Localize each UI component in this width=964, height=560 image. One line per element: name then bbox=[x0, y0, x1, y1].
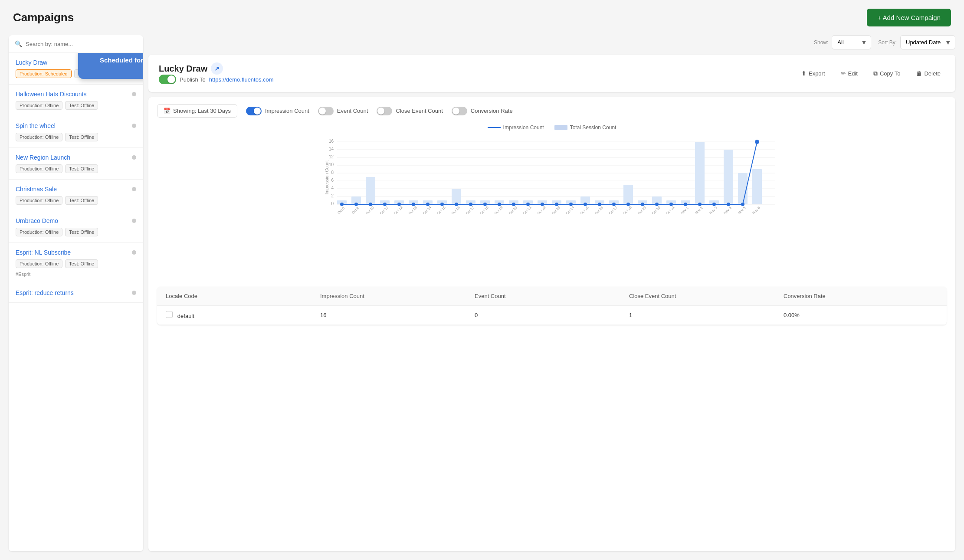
cell-event: 0 bbox=[475, 312, 629, 318]
row-checkbox[interactable] bbox=[166, 311, 173, 318]
header-close-event: Close Event Count bbox=[629, 293, 784, 299]
svg-point-77 bbox=[741, 203, 744, 206]
svg-text:Oct 16: Oct 16 bbox=[451, 205, 461, 215]
edit-label: Edit bbox=[848, 70, 858, 77]
campaign-status-dot bbox=[132, 124, 136, 128]
add-campaign-button[interactable]: + Add New Campaign bbox=[867, 9, 951, 26]
svg-text:Oct 24: Oct 24 bbox=[565, 205, 575, 215]
svg-rect-21 bbox=[366, 177, 375, 204]
impression-toggle-label: Impression Count bbox=[265, 108, 309, 114]
event-toggle[interactable] bbox=[318, 107, 334, 115]
campaign-detail-card: Lucky Draw ↗ Publish To https://demo.flu… bbox=[148, 55, 955, 92]
svg-text:Oct 30: Oct 30 bbox=[651, 205, 661, 215]
svg-text:Oct 26: Oct 26 bbox=[594, 205, 604, 215]
svg-text:Oct 19: Oct 19 bbox=[494, 205, 504, 215]
campaign-badges: Production: Offline Test: Offline bbox=[16, 101, 136, 110]
campaign-item-new-region[interactable]: New Region Launch Production: Offline Te… bbox=[9, 148, 143, 180]
impression-toggle-group: Impression Count bbox=[246, 107, 309, 115]
publish-toggle[interactable] bbox=[159, 75, 176, 84]
svg-text:0: 0 bbox=[331, 201, 334, 206]
date-range-button[interactable]: 📅 Showing: Last 30 Days bbox=[157, 104, 237, 118]
campaign-item-umbraco-demo[interactable]: Umbraco Demo Production: Offline Test: O… bbox=[9, 211, 143, 243]
campaign-item-spin-wheel[interactable]: Spin the wheel Production: Offline Test:… bbox=[9, 116, 143, 148]
svg-text:Impression Count: Impression Count bbox=[325, 160, 329, 195]
campaign-name-esprit-returns: Esprit: reduce returns bbox=[16, 289, 74, 296]
badge-production-offline: Production: Offline bbox=[16, 164, 62, 173]
show-select[interactable]: All Active Inactive bbox=[832, 35, 871, 49]
top-controls: Show: All Active Inactive ▼ Sort By: bbox=[148, 35, 955, 55]
campaign-item-halloween[interactable]: Halloween Hats Discounts Production: Off… bbox=[9, 85, 143, 116]
badge-production-offline: Production: Offline bbox=[16, 228, 62, 236]
svg-text:6: 6 bbox=[331, 178, 334, 183]
campaign-badges: Production: Offline Test: Offline bbox=[16, 228, 136, 236]
badge-production-offline: Production: Offline bbox=[16, 133, 62, 141]
svg-text:Oct 23: Oct 23 bbox=[551, 205, 561, 215]
detail-title-section: Lucky Draw ↗ Publish To https://demo.flu… bbox=[159, 62, 274, 84]
svg-text:Oct 21: Oct 21 bbox=[522, 205, 532, 215]
calendar-icon: 📅 bbox=[164, 108, 171, 114]
event-toggle-group: Event Count bbox=[318, 107, 368, 115]
svg-rect-39 bbox=[623, 185, 633, 204]
campaign-status-dot bbox=[132, 187, 136, 191]
publish-url-link[interactable]: https://demo.fluentos.com bbox=[209, 76, 274, 83]
svg-text:Oct 17: Oct 17 bbox=[465, 205, 475, 215]
svg-text:Oct 12: Oct 12 bbox=[393, 205, 403, 215]
edit-button[interactable]: ✏ Edit bbox=[836, 67, 862, 79]
campaign-item-lucky-draw[interactable]: Scheduled for the selected website ▼ Luc… bbox=[9, 53, 143, 85]
copy-to-button[interactable]: ⧉ Copy To bbox=[869, 67, 905, 80]
campaign-item-esprit-returns[interactable]: Esprit: reduce returns bbox=[9, 283, 143, 303]
search-input[interactable] bbox=[26, 41, 137, 47]
sort-select[interactable]: Updated Date Created Date Name bbox=[900, 35, 955, 49]
campaign-badges: Production: Offline Test: Offline bbox=[16, 164, 136, 173]
export-label: Export bbox=[809, 70, 825, 77]
svg-point-73 bbox=[684, 203, 687, 206]
svg-point-75 bbox=[712, 203, 716, 206]
campaign-name-new-region: New Region Launch bbox=[16, 154, 70, 161]
campaign-status-dot bbox=[132, 291, 136, 295]
svg-rect-48 bbox=[752, 169, 762, 204]
publish-row: Publish To https://demo.fluentos.com bbox=[159, 75, 274, 84]
chart-controls: 📅 Showing: Last 30 Days Impression Count… bbox=[157, 104, 947, 118]
badge-test-offline: Test: Offline bbox=[65, 133, 98, 141]
publish-label: Publish To bbox=[180, 76, 206, 83]
close-event-toggle[interactable] bbox=[377, 107, 392, 115]
detail-title-text: Lucky Draw bbox=[159, 64, 207, 74]
campaign-badges: Production: Offline Test: Offline bbox=[16, 196, 136, 205]
legend-impression: Impression Count bbox=[488, 124, 544, 131]
table-row: default 16 0 1 0.00% bbox=[157, 306, 947, 325]
campaign-item-esprit-nl[interactable]: Esprit: NL Subscribe Production: Offline… bbox=[9, 243, 143, 283]
conversion-toggle[interactable] bbox=[452, 107, 467, 115]
badge-test-offline: Test: Offline bbox=[65, 164, 98, 173]
svg-text:Oct 9: Oct 9 bbox=[351, 206, 360, 215]
impression-toggle[interactable] bbox=[246, 107, 262, 115]
svg-text:Oct 31: Oct 31 bbox=[666, 205, 675, 215]
svg-text:Oct 25: Oct 25 bbox=[580, 205, 590, 215]
campaign-name-esprit-nl: Esprit: NL Subscribe bbox=[16, 249, 71, 256]
sort-control: Sort By: Updated Date Created Date Name … bbox=[878, 35, 955, 49]
trend-icon: ↗ bbox=[211, 62, 223, 75]
export-button[interactable]: ⬆ Export bbox=[797, 67, 830, 79]
svg-rect-46 bbox=[724, 150, 733, 204]
badge-production-offline: Production: Offline bbox=[16, 259, 62, 268]
svg-text:Nov 5: Nov 5 bbox=[738, 206, 747, 215]
campaign-badges: Production: Offline Test: Offline bbox=[16, 133, 136, 141]
campaign-name-halloween: Halloween Hats Discounts bbox=[16, 91, 86, 98]
delete-icon: 🗑 bbox=[916, 70, 922, 77]
legend-session-label: Total Session Count bbox=[570, 124, 616, 131]
campaign-item-christmas-sale[interactable]: Christmas Sale Production: Offline Test:… bbox=[9, 180, 143, 211]
svg-point-78 bbox=[755, 140, 759, 144]
cell-locale: default bbox=[166, 311, 320, 319]
sort-label: Sort By: bbox=[878, 39, 897, 46]
tooltip-bubble: Scheduled for the selected website ▼ bbox=[78, 53, 143, 79]
header-impression: Impression Count bbox=[320, 293, 475, 299]
chart-area: 16 14 12 10 8 6 4 2 0 Impression Count bbox=[157, 134, 947, 282]
tooltip-text: Scheduled for the selected website bbox=[100, 56, 143, 64]
svg-text:12: 12 bbox=[329, 154, 334, 159]
badge-test-offline: Test: Offline bbox=[65, 228, 98, 236]
search-bar: 🔍 bbox=[9, 35, 143, 53]
campaign-name-christmas-sale: Christmas Sale bbox=[16, 186, 57, 193]
svg-point-74 bbox=[698, 203, 702, 206]
delete-label: Delete bbox=[924, 70, 941, 77]
delete-button[interactable]: 🗑 Delete bbox=[912, 67, 945, 79]
svg-text:14: 14 bbox=[329, 147, 334, 151]
